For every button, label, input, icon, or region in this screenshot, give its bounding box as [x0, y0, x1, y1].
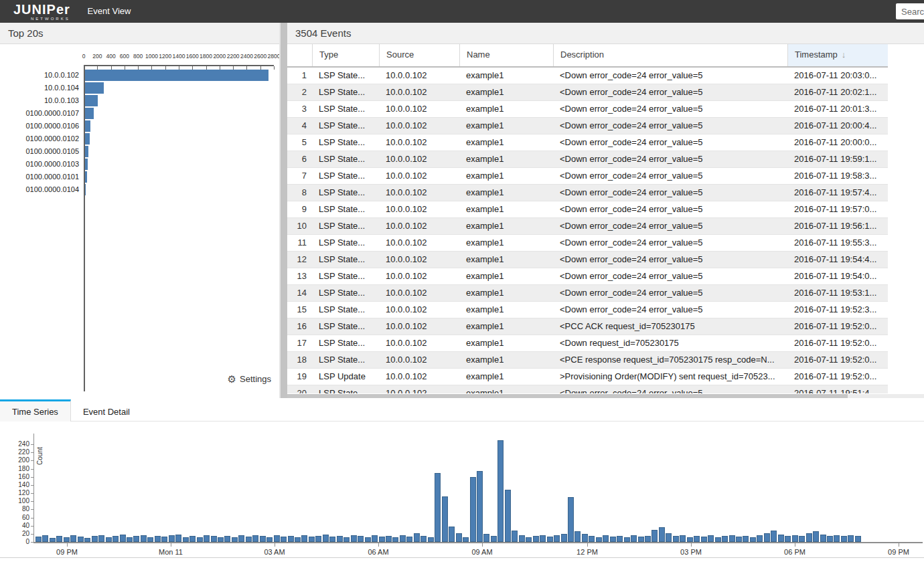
bar[interactable]: [708, 535, 714, 542]
table-row[interactable]: 19LSP Update10.0.0.102example1>Provision…: [287, 369, 888, 385]
bar[interactable]: [554, 535, 560, 542]
bar[interactable]: [743, 536, 749, 542]
settings-button[interactable]: ⚙Settings: [228, 373, 271, 385]
bar[interactable]: [694, 536, 700, 542]
bar[interactable]: [288, 536, 294, 542]
bar[interactable]: [112, 536, 119, 542]
bar[interactable]: [372, 535, 378, 542]
bar[interactable]: [729, 535, 735, 542]
bar[interactable]: [799, 536, 805, 542]
table-row[interactable]: 14LSP State...10.0.0.102example1<Down er…: [287, 285, 888, 302]
bar[interactable]: [505, 490, 511, 542]
bar[interactable]: [127, 537, 133, 542]
bar[interactable]: [281, 537, 287, 542]
table-row[interactable]: 5LSP State...10.0.0.102example1<Down err…: [287, 134, 888, 151]
bar[interactable]: [806, 533, 812, 542]
bar[interactable]: [701, 537, 707, 542]
search-input[interactable]: [896, 3, 924, 19]
table-row[interactable]: 16LSP State...10.0.0.102example1<PCC ACK…: [287, 318, 888, 335]
bar[interactable]: [736, 537, 742, 542]
bar[interactable]: [820, 535, 826, 542]
bar[interactable]: [659, 527, 665, 542]
tab-event-detail[interactable]: Event Detail: [71, 399, 142, 421]
bar[interactable]: [666, 533, 672, 542]
bar[interactable]: [442, 496, 448, 542]
bar[interactable]: [589, 536, 595, 542]
bar[interactable]: [365, 537, 371, 542]
bar[interactable]: [386, 536, 392, 542]
bar[interactable]: [651, 530, 658, 542]
table-row[interactable]: 3LSP State...10.0.0.102example1<Down err…: [287, 101, 888, 118]
bar[interactable]: [85, 159, 88, 170]
bar[interactable]: [85, 70, 268, 81]
tab-event-view[interactable]: Event View: [79, 0, 139, 23]
bar[interactable]: [85, 95, 98, 106]
table-row[interactable]: 11LSP State...10.0.0.102example1<Down er…: [287, 235, 888, 252]
bar[interactable]: [470, 477, 476, 542]
bar[interactable]: [463, 537, 469, 542]
bar[interactable]: [64, 537, 70, 542]
bar[interactable]: [295, 537, 301, 542]
bar[interactable]: [841, 536, 847, 542]
bar[interactable]: [477, 471, 483, 542]
table-row[interactable]: 18LSP State...10.0.0.102example1<PCE res…: [287, 352, 888, 369]
table-row[interactable]: 8LSP State...10.0.0.102example1<Down err…: [287, 185, 888, 201]
bar[interactable]: [414, 533, 420, 542]
bar[interactable]: [519, 535, 525, 542]
tab-time-series[interactable]: Time Series: [0, 399, 71, 421]
bar[interactable]: [35, 537, 42, 542]
bar[interactable]: [420, 536, 427, 542]
bar[interactable]: [533, 536, 539, 542]
bar[interactable]: [491, 536, 497, 542]
bar[interactable]: [603, 535, 609, 542]
bar[interactable]: [757, 535, 763, 542]
table-row[interactable]: 7LSP State...10.0.0.102example1<Down err…: [287, 168, 888, 185]
table-row[interactable]: 13LSP State...10.0.0.102example1<Down er…: [287, 268, 888, 285]
bar[interactable]: [329, 537, 335, 542]
bar[interactable]: [792, 535, 798, 542]
bar[interactable]: [673, 536, 679, 542]
bar[interactable]: [561, 534, 567, 542]
bar[interactable]: [540, 535, 546, 542]
bar[interactable]: [106, 537, 112, 542]
bar[interactable]: [85, 133, 90, 145]
bar[interactable]: [238, 535, 244, 542]
bar[interactable]: [120, 535, 126, 542]
bar[interactable]: [617, 536, 623, 542]
table-row[interactable]: 17LSP State...10.0.0.102example1<Down re…: [287, 335, 888, 352]
table-row[interactable]: 6LSP State...10.0.0.102example1<Down err…: [287, 151, 888, 168]
bar[interactable]: [141, 535, 147, 542]
bar[interactable]: [224, 536, 230, 542]
bar[interactable]: [645, 536, 651, 542]
bar[interactable]: [85, 108, 94, 119]
column-header-type[interactable]: Type: [312, 44, 379, 66]
bar[interactable]: [98, 535, 104, 542]
table-row[interactable]: 12LSP State...10.0.0.102example1<Down er…: [287, 252, 888, 268]
bar[interactable]: [610, 537, 616, 542]
bar[interactable]: [848, 535, 854, 542]
bar[interactable]: [497, 440, 504, 542]
bar[interactable]: [406, 537, 412, 542]
bar[interactable]: [85, 82, 104, 94]
bar[interactable]: [232, 537, 238, 542]
bar[interactable]: [260, 536, 266, 542]
bar[interactable]: [483, 534, 489, 542]
column-header-timestamp[interactable]: Timestamp↓: [787, 44, 888, 66]
table-row[interactable]: 4LSP State...10.0.0.102example1<Down err…: [287, 118, 888, 134]
bar[interactable]: [70, 535, 76, 542]
bar[interactable]: [266, 537, 273, 542]
panel-splitter[interactable]: [279, 23, 287, 398]
bar[interactable]: [315, 536, 321, 542]
bar[interactable]: [358, 536, 364, 542]
scrollbar-thumb[interactable]: [287, 394, 848, 398]
bar[interactable]: [211, 536, 217, 542]
bar[interactable]: [547, 537, 553, 542]
table-row[interactable]: 20LSP State...10.0.0.102example1<Down er…: [287, 385, 888, 393]
bar[interactable]: [85, 171, 87, 183]
bar[interactable]: [435, 473, 441, 542]
bar[interactable]: [512, 531, 518, 542]
bar[interactable]: [204, 535, 210, 542]
bar[interactable]: [85, 120, 90, 132]
bar[interactable]: [246, 537, 252, 542]
bar[interactable]: [218, 537, 224, 542]
